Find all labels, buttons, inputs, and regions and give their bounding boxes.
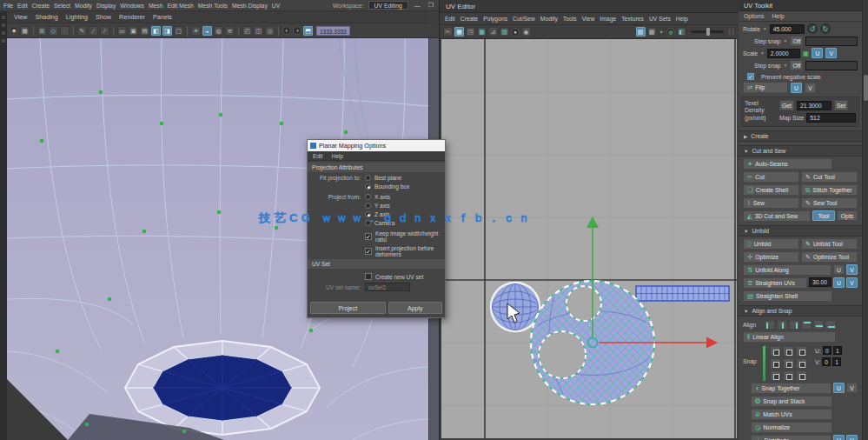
vp-menu-shading[interactable]: Shading <box>35 13 57 21</box>
vp-menu-renderer[interactable]: Renderer <box>119 13 145 21</box>
uvmenu-polygons[interactable]: Polygons <box>483 16 507 22</box>
snap-point-icon[interactable]: ∙ <box>60 26 70 36</box>
uvmenu-help[interactable]: Help <box>676 16 688 22</box>
vp-menu-panels[interactable]: Panels <box>153 13 172 21</box>
keep-ratio-checkbox[interactable]: ✓ <box>365 233 372 240</box>
sew-button[interactable]: ⌇ Sew <box>743 197 799 209</box>
cup-rim[interactable] <box>125 341 320 435</box>
scale-v-button[interactable]: V <box>825 48 837 58</box>
map-size-field[interactable]: 512 <box>806 113 856 123</box>
distribute-v-button[interactable]: V <box>846 435 858 440</box>
menu-modify[interactable]: Modify <box>75 3 92 9</box>
toolkit-scrollbar[interactable] <box>862 0 868 440</box>
vp-menu-show[interactable]: Show <box>96 13 111 21</box>
insert-before-deformers-checkbox[interactable]: ✓ <box>365 248 372 255</box>
chevron-down-icon[interactable]: ▾ <box>785 38 787 43</box>
optimize-tool-button[interactable]: ✎ Optimize Tool <box>801 251 858 263</box>
cut-button[interactable]: ✂ Cut <box>743 171 799 183</box>
menu-mesh[interactable]: Mesh <box>149 3 163 9</box>
uv-shell-hole-bottom[interactable] <box>539 331 586 378</box>
uvmenu-create[interactable]: Create <box>461 16 478 22</box>
stitch-together-button[interactable]: ⧉ Stitch Together <box>801 184 858 196</box>
flip-v-button[interactable]: V <box>805 83 816 93</box>
snap-u1-field[interactable]: 1 <box>833 346 842 355</box>
y-axis-option[interactable]: Y axis <box>374 203 390 209</box>
x-axis-option[interactable]: X axis <box>374 194 390 200</box>
texel-set-button[interactable]: Set <box>834 100 848 110</box>
snap-together-v-button[interactable]: V <box>846 383 858 393</box>
grid-toggle-icon[interactable]: ▦ <box>20 26 30 36</box>
normalize-button[interactable]: ◶ Normalize <box>751 422 832 433</box>
snap-v0-field[interactable]: 0 <box>822 357 831 366</box>
chevron-down-icon[interactable]: ▾ <box>764 26 766 31</box>
menu-uv[interactable]: UV <box>272 3 280 9</box>
uv-shell-small[interactable] <box>491 283 540 331</box>
uv-display-icon[interactable]: ▧ <box>636 27 646 37</box>
snap-v1-field[interactable]: 1 <box>832 357 841 366</box>
uvmenu-uvsets[interactable]: UV Sets <box>649 16 671 22</box>
unfold-along-button[interactable]: ⇅ Unfold Along <box>743 264 832 276</box>
optimize-button[interactable]: ✣ Optimize <box>743 251 799 263</box>
section-unfold[interactable]: ▼ Unfold <box>739 225 862 237</box>
uv-gain-icon[interactable]: ◧ <box>677 27 686 37</box>
uvset-name-field[interactable]: uvSet1 <box>365 283 410 291</box>
uv-lattice-icon[interactable]: ✂ <box>443 27 453 37</box>
vp-menu-lighting[interactable]: Lighting <box>66 13 88 21</box>
brush-icon[interactable]: ∕ <box>89 26 98 36</box>
auto-seams-button[interactable]: ✦ Auto-Seams <box>743 158 832 170</box>
menu-display[interactable]: Display <box>96 3 116 9</box>
step-snap-dropdown[interactable]: Off <box>790 36 803 46</box>
cut-tool-button[interactable]: ✎ Cut Tool <box>801 171 858 183</box>
radio-best-plane[interactable] <box>365 175 371 181</box>
wireframe-mode-icon[interactable]: ▢ <box>174 26 183 36</box>
section-create[interactable]: ▶ Create <box>739 130 862 142</box>
snap-mid-right[interactable] <box>796 358 807 369</box>
uvmenu-edit[interactable]: Edit <box>445 16 455 22</box>
uv-pattern-icon[interactable]: ▩ <box>647 27 657 37</box>
straighten-uvs-button[interactable]: ≣ Straighten UVs <box>743 277 807 289</box>
snap-together-u-button[interactable]: U <box>833 383 845 393</box>
section-align-and-snap[interactable]: ▼ Align and Snap <box>739 305 862 317</box>
cut-sew-3d-tool-button[interactable]: Tool <box>812 210 835 221</box>
cut-sew-3d-button[interactable]: ◭ 3D Cut and Sew <box>743 210 811 222</box>
straighten-u-button[interactable]: U <box>833 277 845 288</box>
menu-select[interactable]: Select <box>54 3 70 9</box>
gamma-icon[interactable]: ◑ <box>293 26 301 35</box>
snap-grid-icon[interactable]: ⊞ <box>37 26 47 36</box>
align-middle-button[interactable] <box>813 320 824 330</box>
dim-image-slider[interactable] <box>691 30 724 33</box>
uv-grid-icon[interactable]: ▦ <box>454 27 464 37</box>
align-bottom-button[interactable] <box>825 320 836 330</box>
select-camera-icon[interactable]: ◉ <box>10 26 18 35</box>
snap-bottom-center[interactable] <box>783 370 794 381</box>
uv-set-header[interactable]: UV Set <box>308 259 445 269</box>
apply-button[interactable]: Apply <box>388 302 442 314</box>
prevent-negative-scale-checkbox[interactable]: ✓ <box>747 73 754 80</box>
dialog-menu-edit[interactable]: Edit <box>313 153 322 159</box>
isolate-icon[interactable]: ◰ <box>242 26 252 36</box>
unfold-along-v-button[interactable]: V <box>846 264 858 275</box>
straighten-v-button[interactable]: V <box>846 277 858 288</box>
snap-mid-left[interactable] <box>770 358 781 369</box>
render-icon[interactable]: ▭ <box>117 26 127 36</box>
xray-icon[interactable]: ◫ <box>254 26 263 36</box>
dialog-titlebar[interactable]: Planar Mapping Options <box>308 140 445 151</box>
uv-editor-titlebar[interactable]: UV Editor <box>440 0 739 13</box>
uv-texture-icon[interactable]: ▨ <box>500 27 509 37</box>
rotate-value-field[interactable]: 45.000 <box>770 24 805 34</box>
radio-x-axis[interactable] <box>365 194 371 200</box>
snap-top-left[interactable] <box>770 346 781 357</box>
scale-value-field[interactable]: 2.0000 <box>767 49 800 58</box>
uv-shell-hole-top[interactable] <box>567 286 601 321</box>
snap-bottom-right[interactable] <box>796 370 807 381</box>
sew-tool-button[interactable]: ✎ Sew Tool <box>801 197 858 209</box>
snap-bottom-left[interactable] <box>770 370 781 381</box>
texel-get-button[interactable]: Get <box>779 100 794 110</box>
uv-checker-icon[interactable]: ▩ <box>477 27 487 37</box>
render-region-icon[interactable]: ▣ <box>129 26 138 36</box>
uvmenu-modify[interactable]: Modify <box>540 16 558 22</box>
uv-shell-strip[interactable] <box>636 286 729 301</box>
menu-mesh-tools[interactable]: Mesh Tools <box>198 3 228 9</box>
snap-u0-field[interactable]: 0 <box>823 346 832 355</box>
menu-edit-mesh[interactable]: Edit Mesh <box>168 3 194 9</box>
